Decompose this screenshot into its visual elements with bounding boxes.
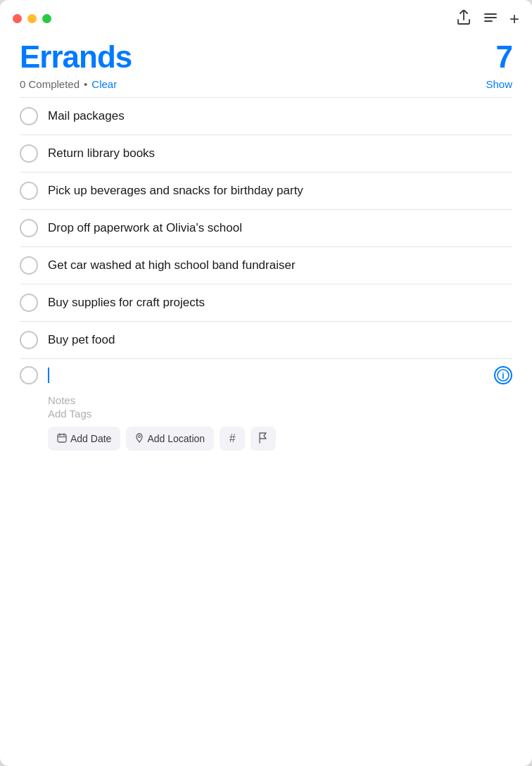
task-checkbox-7[interactable] <box>20 331 38 349</box>
maximize-button[interactable] <box>42 14 51 23</box>
add-task-icon[interactable]: + <box>509 11 519 27</box>
task-text-2: Return library books <box>48 146 512 161</box>
calendar-icon <box>57 433 67 445</box>
task-checkbox-6[interactable] <box>20 294 38 312</box>
list-item: Buy pet food <box>20 322 512 359</box>
location-icon <box>135 433 144 445</box>
new-task-input-wrapper <box>48 368 484 383</box>
minimize-button[interactable] <box>27 14 37 23</box>
task-text-4: Drop off paperwork at Olivia's school <box>48 220 512 236</box>
task-checkbox-new[interactable] <box>20 366 38 384</box>
close-button[interactable] <box>13 14 22 23</box>
svg-text:i: i <box>502 371 504 381</box>
text-cursor <box>48 368 49 383</box>
notes-placeholder[interactable]: Notes <box>48 394 512 406</box>
task-text-3: Pick up beverages and snacks for birthda… <box>48 183 512 199</box>
list-item: Drop off paperwork at Olivia's school <box>20 210 512 247</box>
active-item-extras: Notes Add Tags <box>20 394 512 451</box>
list-options-icon[interactable] <box>483 10 498 27</box>
add-date-label: Add Date <box>70 433 111 444</box>
task-text-6: Buy supplies for craft projects <box>48 295 512 310</box>
list-item: Get car washed at high school band fundr… <box>20 247 512 284</box>
meta-row: 0 Completed • Clear Show <box>20 78 512 90</box>
tags-placeholder[interactable]: Add Tags <box>48 408 512 420</box>
task-count: 7 <box>496 40 512 74</box>
task-list: Mail packages Return library books Pick … <box>20 98 512 746</box>
add-location-button[interactable]: Add Location <box>126 427 214 451</box>
task-checkbox-1[interactable] <box>20 107 38 125</box>
add-tag-button[interactable]: # <box>220 427 245 451</box>
completed-count: 0 Completed <box>20 78 80 90</box>
task-checkbox-5[interactable] <box>20 256 38 275</box>
content-area: Errands 7 0 Completed • Clear Show Mail … <box>0 33 532 766</box>
task-checkbox-2[interactable] <box>20 144 38 163</box>
info-icon[interactable]: i <box>494 366 512 384</box>
active-new-item: i Notes Add Tags <box>20 359 512 458</box>
svg-rect-5 <box>58 434 66 442</box>
titlebar: + <box>0 0 532 33</box>
add-location-label: Add Location <box>147 433 205 444</box>
completed-info: 0 Completed • Clear <box>20 78 117 90</box>
traffic-lights <box>13 14 51 23</box>
bullet-separator: • <box>84 78 87 90</box>
task-text-5: Get car washed at high school band fundr… <box>48 258 512 273</box>
action-buttons: Add Date Add Location <box>48 427 512 451</box>
add-date-button[interactable]: Add Date <box>48 427 120 451</box>
add-flag-button[interactable] <box>251 427 276 451</box>
header-row: Errands 7 <box>20 40 512 74</box>
show-button[interactable]: Show <box>486 78 512 90</box>
tag-icon: # <box>229 432 236 445</box>
list-item: Return library books <box>20 135 512 172</box>
list-title: Errands <box>20 40 132 74</box>
app-window: + Errands 7 0 Completed • Clear Show Mai… <box>0 0 532 766</box>
list-item: Buy supplies for craft projects <box>20 284 512 322</box>
active-item-top: i <box>20 366 512 384</box>
task-checkbox-4[interactable] <box>20 219 38 237</box>
titlebar-actions: + <box>456 10 519 27</box>
task-text-7: Buy pet food <box>48 332 512 348</box>
svg-point-9 <box>139 435 141 437</box>
list-item: Mail packages <box>20 98 512 135</box>
clear-button[interactable]: Clear <box>91 78 117 90</box>
list-item: Pick up beverages and snacks for birthda… <box>20 172 512 210</box>
task-text-1: Mail packages <box>48 108 512 124</box>
flag-icon <box>258 432 268 446</box>
share-icon[interactable] <box>456 10 471 27</box>
task-checkbox-3[interactable] <box>20 182 38 200</box>
